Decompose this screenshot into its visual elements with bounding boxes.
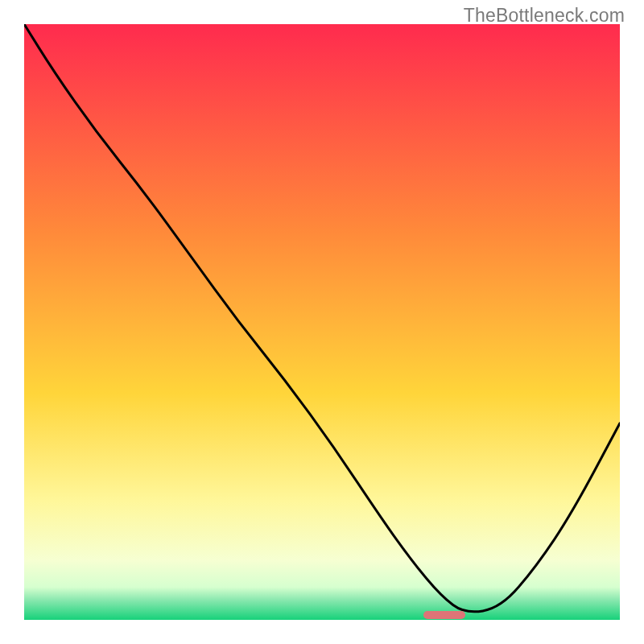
svg-rect-0: [24, 24, 620, 620]
chart-stage: TheBottleneck.com: [0, 0, 644, 644]
chart-background-gradient: [24, 24, 620, 620]
watermark-text: TheBottleneck.com: [464, 5, 625, 27]
optimal-region-marker: [423, 611, 465, 619]
chart-plot-area: [24, 24, 620, 620]
